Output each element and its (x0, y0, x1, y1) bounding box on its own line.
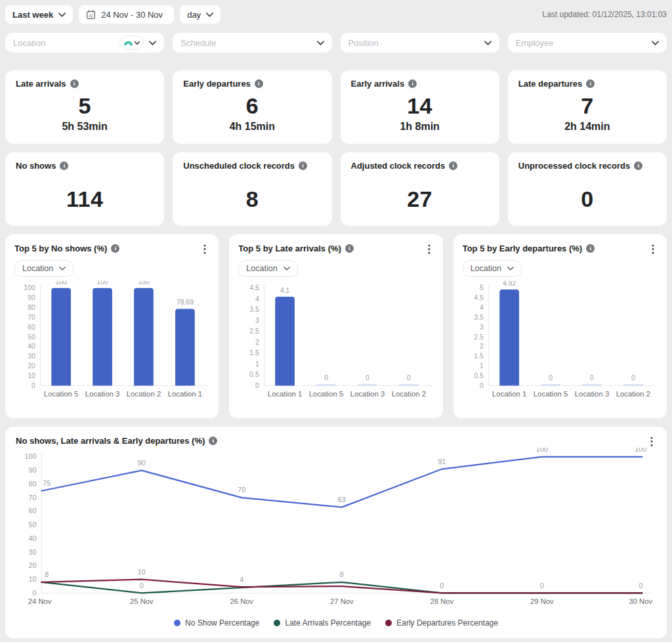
svg-text:10: 10 (28, 372, 35, 379)
svg-text:2: 2 (480, 343, 484, 350)
kpi-card-no-shows: No shows i 114 (5, 152, 164, 226)
info-icon[interactable]: i (111, 244, 119, 253)
chart-title: Top 5 by Late arrivals (%) (238, 244, 341, 253)
svg-text:0: 0 (366, 374, 369, 381)
svg-text:Location 3: Location 3 (574, 390, 609, 398)
filter-row: Location Schedule Position Employee (5, 33, 667, 53)
svg-text:20: 20 (28, 362, 35, 370)
chart-dimension-select[interactable]: Location (14, 260, 74, 277)
svg-text:30: 30 (28, 353, 35, 360)
svg-text:10: 10 (28, 575, 36, 583)
info-icon[interactable]: i (255, 79, 263, 88)
info-icon[interactable]: i (408, 79, 417, 88)
chevron-down-icon (206, 12, 213, 17)
chart-title: No shows, Late arrivals & Early departur… (16, 436, 205, 446)
svg-text:30: 30 (28, 548, 36, 556)
svg-text:100: 100 (138, 281, 150, 286)
employee-filter[interactable]: Employee (508, 33, 667, 53)
kpi-label: Early arrivals (351, 79, 405, 89)
kpi-duration: 2h 14min (518, 121, 656, 133)
chart-dimension-value: Location (22, 264, 53, 273)
legend-item-late-arrivals[interactable]: Late Arrivals Percentage (274, 618, 371, 628)
legend-item-early-departures[interactable]: Early Departures Percentage (385, 618, 498, 628)
svg-text:0: 0 (590, 374, 594, 381)
kpi-card-unprocessed-clock-records: Unprocessed clock records i 0 (508, 152, 667, 226)
svg-text:3.5: 3.5 (250, 306, 260, 313)
granularity-value: day (187, 10, 201, 20)
kpi-label: No shows (16, 161, 56, 171)
svg-text:100: 100 (635, 448, 646, 453)
info-icon[interactable]: i (449, 161, 457, 170)
location-selected-chip[interactable] (119, 35, 144, 50)
kebab-menu-icon[interactable] (425, 244, 434, 254)
granularity-select[interactable]: day (180, 5, 220, 24)
kpi-duration: 4h 15min (183, 121, 321, 133)
top5-charts-row: Top 5 by No shows (%) i Location 0102030… (5, 234, 667, 418)
period-select[interactable]: Last week (5, 5, 73, 24)
chart-legend: No Show Percentage Late Arrivals Percent… (16, 618, 656, 628)
employee-filter-placeholder: Employee (516, 38, 652, 48)
date-range-picker[interactable]: 31 24 Nov - 30 Nov (79, 5, 174, 24)
svg-text:90: 90 (28, 294, 35, 301)
info-icon[interactable]: i (586, 244, 595, 253)
brand-arch-icon (123, 39, 133, 47)
svg-text:0: 0 (324, 374, 328, 381)
legend-item-no-show[interactable]: No Show Percentage (174, 618, 259, 628)
svg-text:Location 5: Location 5 (44, 390, 78, 398)
info-icon[interactable]: i (209, 437, 217, 445)
kpi-value: 7 (518, 93, 656, 119)
svg-text:4: 4 (255, 295, 259, 303)
kebab-menu-icon[interactable] (648, 244, 658, 254)
legend-dot (174, 620, 180, 626)
svg-text:8: 8 (45, 570, 49, 578)
info-icon[interactable]: i (634, 161, 642, 170)
chart-dimension-value: Location (246, 264, 277, 273)
bar-chart-no-shows: 0102030405060708090100100Location 5100Lo… (14, 281, 209, 403)
dashboard-page: Last week 31 24 Nov - 30 Nov day Last up… (0, 0, 672, 642)
svg-text:2.5: 2.5 (250, 328, 260, 335)
schedule-filter[interactable]: Schedule (173, 33, 331, 53)
svg-text:0.5: 0.5 (250, 371, 260, 378)
svg-text:20: 20 (28, 561, 36, 569)
chart-dimension-select[interactable]: Location (463, 260, 522, 277)
kpi-card-adjusted-clock-records: Adjusted clock records i 27 (341, 152, 499, 226)
legend-label: Late Arrivals Percentage (285, 618, 371, 628)
chart-dimension-select[interactable]: Location (238, 260, 297, 277)
kpi-card-late-departures: Late departures i 7 2h 14min (508, 70, 667, 144)
svg-text:80: 80 (28, 304, 35, 311)
svg-text:30 Nov: 30 Nov (629, 597, 652, 605)
chevron-down-icon (59, 267, 66, 270)
info-icon[interactable]: i (299, 161, 307, 170)
svg-text:0: 0 (440, 582, 444, 589)
kpi-value: 14 (351, 93, 489, 119)
svg-text:4.92: 4.92 (503, 281, 516, 287)
svg-text:Location 2: Location 2 (392, 390, 427, 398)
info-icon[interactable]: i (345, 244, 354, 253)
svg-text:100: 100 (55, 281, 67, 286)
position-filter[interactable]: Position (341, 33, 499, 53)
chart-title: Top 5 by Early departures (%) (463, 244, 583, 253)
svg-text:0: 0 (639, 582, 642, 589)
kpi-label: Unprocessed clock records (518, 161, 631, 171)
svg-text:70: 70 (28, 494, 36, 502)
info-icon[interactable]: i (70, 79, 79, 88)
chevron-down-icon (149, 41, 156, 45)
svg-text:50: 50 (28, 333, 35, 341)
svg-text:Location 3: Location 3 (85, 390, 120, 398)
svg-text:0: 0 (255, 382, 259, 389)
kpi-duration: 1h 8min (351, 121, 489, 133)
svg-text:Location 3: Location 3 (350, 390, 385, 398)
kebab-menu-icon[interactable] (647, 436, 656, 446)
svg-text:0: 0 (32, 589, 36, 597)
info-icon[interactable]: i (586, 79, 595, 88)
info-icon[interactable]: i (60, 161, 68, 170)
svg-text:50: 50 (28, 521, 36, 528)
svg-text:100: 100 (96, 281, 108, 286)
svg-text:60: 60 (28, 507, 36, 515)
chevron-down-icon (652, 41, 659, 45)
svg-text:100: 100 (536, 448, 548, 453)
svg-text:Location 5: Location 5 (533, 390, 568, 398)
location-filter[interactable]: Location (5, 33, 164, 53)
svg-text:40: 40 (28, 343, 35, 350)
kebab-menu-icon[interactable] (200, 244, 209, 254)
